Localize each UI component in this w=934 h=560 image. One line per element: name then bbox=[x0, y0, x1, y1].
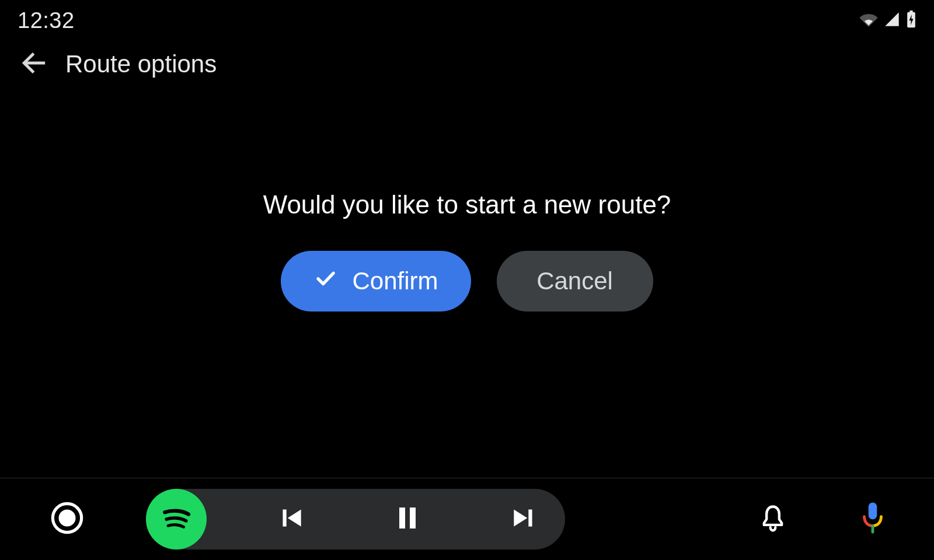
svg-rect-6 bbox=[410, 508, 416, 528]
skip-next-icon bbox=[509, 503, 538, 535]
launcher-button[interactable] bbox=[47, 499, 88, 540]
confirm-button[interactable]: Confirm bbox=[281, 251, 471, 312]
circle-home-icon bbox=[50, 501, 84, 537]
skip-previous-icon bbox=[277, 503, 306, 535]
bottom-bar bbox=[0, 478, 934, 560]
media-controls bbox=[277, 503, 538, 535]
check-icon bbox=[313, 266, 338, 296]
microphone-icon bbox=[858, 501, 887, 537]
svg-rect-8 bbox=[869, 502, 877, 519]
dialog-content: Would you like to start a new route? Con… bbox=[0, 0, 934, 478]
notifications-button[interactable] bbox=[758, 503, 788, 536]
play-pause-button[interactable] bbox=[393, 504, 421, 534]
spotify-icon bbox=[156, 498, 197, 541]
svg-rect-7 bbox=[528, 509, 532, 526]
svg-point-3 bbox=[59, 510, 76, 527]
previous-track-button[interactable] bbox=[277, 503, 306, 535]
svg-rect-4 bbox=[283, 509, 286, 526]
system-actions bbox=[758, 501, 887, 537]
voice-assistant-button[interactable] bbox=[858, 501, 887, 537]
dialog-actions: Confirm Cancel bbox=[281, 251, 653, 312]
media-app-button[interactable] bbox=[146, 489, 207, 550]
next-track-button[interactable] bbox=[509, 503, 538, 535]
cancel-button[interactable]: Cancel bbox=[497, 251, 653, 312]
pause-icon bbox=[393, 504, 421, 534]
dialog-prompt: Would you like to start a new route? bbox=[263, 190, 671, 219]
confirm-label: Confirm bbox=[352, 267, 438, 295]
bell-icon bbox=[758, 503, 788, 536]
media-control-bar bbox=[146, 489, 565, 550]
svg-rect-5 bbox=[399, 508, 405, 528]
cancel-label: Cancel bbox=[536, 267, 613, 295]
